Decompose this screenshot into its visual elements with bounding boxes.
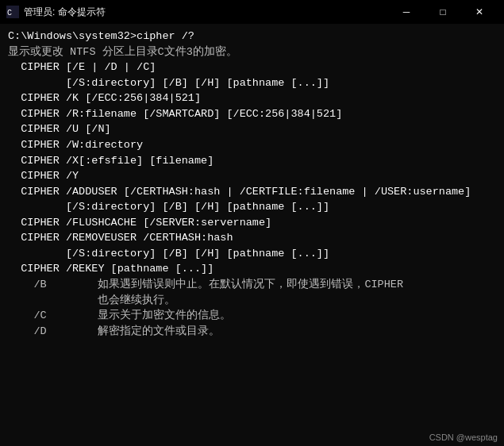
window: C 管理员: 命令提示符 ─ □ ✕ C:\Windows\system32>c… bbox=[0, 0, 504, 446]
terminal-line: CIPHER /X[:efsfile] [filename] bbox=[8, 153, 496, 169]
terminal-line: CIPHER /K [/ECC:256|384|521] bbox=[8, 90, 496, 106]
footer-text: CSDN @wesptag bbox=[429, 433, 498, 442]
footer-bar: CSDN @wesptag bbox=[0, 429, 504, 446]
close-button[interactable]: ✕ bbox=[461, 0, 498, 24]
terminal-line: CIPHER /REKEY [pathname [...]] bbox=[8, 261, 496, 277]
terminal-line: /B 如果遇到错误则中止。在默认情况下，即使遇到错误，CIPHER bbox=[8, 277, 496, 293]
maximize-button[interactable]: □ bbox=[425, 0, 461, 24]
terminal-line: CIPHER [/E | /D | /C] bbox=[8, 60, 496, 75]
terminal-line: CIPHER /REMOVEUSER /CERTHASH:hash bbox=[8, 230, 496, 246]
svg-text:C: C bbox=[7, 9, 12, 17]
title-text: 管理员: 命令提示符 bbox=[24, 6, 106, 19]
terminal-line: [/S:directory] [/B] [/H] [pathname [...]… bbox=[8, 199, 496, 215]
title-bar-controls: ─ □ ✕ bbox=[388, 0, 498, 24]
terminal-line: [/S:directory] [/B] [/H] [pathname [...]… bbox=[8, 75, 496, 91]
terminal-line: /D 解密指定的文件或目录。 bbox=[8, 324, 496, 340]
terminal-line: CIPHER /FLUSHCACHE [/SERVER:servername] bbox=[8, 215, 496, 231]
minimize-button[interactable]: ─ bbox=[388, 0, 425, 24]
title-bar: C 管理员: 命令提示符 ─ □ ✕ bbox=[0, 0, 504, 24]
title-bar-left: C 管理员: 命令提示符 bbox=[6, 6, 106, 19]
terminal-line: 显示或更改 NTFS 分区上目录C文件3的加密。 bbox=[8, 44, 496, 60]
terminal-line: CIPHER /W:directory bbox=[8, 137, 496, 153]
terminal-line: 也会继续执行。 bbox=[8, 293, 496, 309]
cmd-icon: C bbox=[6, 6, 19, 18]
terminal-content: C:\Windows\system32>cipher /?显示或更改 NTFS … bbox=[0, 24, 504, 429]
terminal-line: CIPHER /ADDUSER [/CERTHASH:hash | /CERTF… bbox=[8, 184, 496, 200]
terminal-line: CIPHER /R:filename [/SMARTCARD] [/ECC:25… bbox=[8, 106, 496, 122]
terminal-line: CIPHER /U [/N] bbox=[8, 121, 496, 137]
terminal-line: [/S:directory] [/B] [/H] [pathname [...]… bbox=[8, 246, 496, 262]
terminal-line: C:\Windows\system32>cipher /? bbox=[8, 29, 496, 44]
terminal-line: CIPHER /Y bbox=[8, 168, 496, 184]
terminal-line: /C 显示关于加密文件的信息。 bbox=[8, 308, 496, 324]
